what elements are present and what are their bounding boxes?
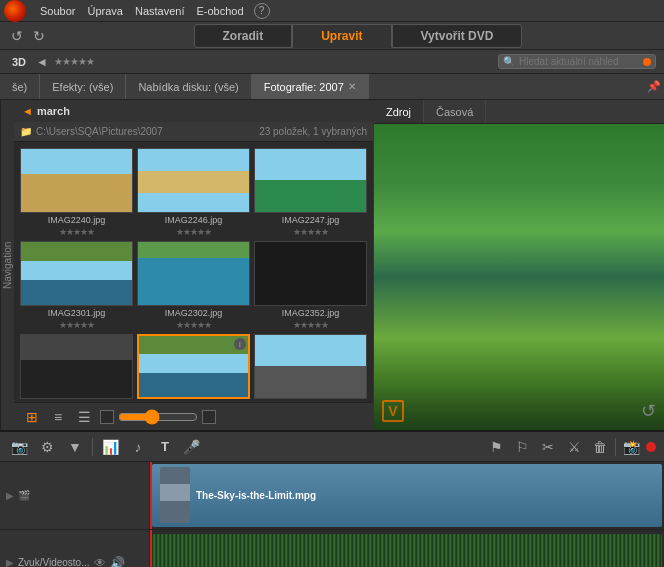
search-input[interactable] bbox=[519, 56, 639, 67]
list-view-button[interactable]: ≡ bbox=[48, 407, 68, 427]
text-tool-button[interactable]: T bbox=[155, 437, 175, 456]
media-thumbnail bbox=[254, 334, 367, 399]
video-track: The-Sky-is-the-Limit.mpg bbox=[150, 462, 664, 530]
playhead bbox=[150, 462, 152, 529]
flag-button[interactable]: ⚑ bbox=[485, 436, 507, 458]
menu-edit[interactable]: Úprava bbox=[81, 5, 128, 17]
filter-tab-close-icon[interactable]: ✕ bbox=[348, 81, 356, 92]
second-toolbar: 3D ◄ ★★★★★ 🔍 bbox=[0, 50, 664, 74]
undo-button[interactable]: ↺ bbox=[8, 27, 26, 45]
media-thumbnail bbox=[254, 148, 367, 213]
music-button[interactable]: ♪ bbox=[127, 436, 149, 458]
thumbnail-size-slider[interactable] bbox=[118, 409, 198, 425]
media-stars: ★★★★★ bbox=[59, 320, 94, 330]
bar-chart-button[interactable]: 📊 bbox=[99, 436, 121, 458]
media-stars: ★★★★★ bbox=[293, 320, 328, 330]
media-thumbnail: i bbox=[137, 334, 250, 399]
detail-view-button[interactable]: ☰ bbox=[74, 407, 94, 427]
media-filename: IMAG2301.jpg bbox=[20, 308, 133, 318]
info-dot-icon: i bbox=[234, 338, 246, 350]
media-thumbnail bbox=[137, 148, 250, 213]
media-filename: IMAG2302.jpg bbox=[137, 308, 250, 318]
slider-max-box bbox=[202, 410, 216, 424]
tab-sort[interactable]: Zoradit bbox=[194, 24, 293, 48]
folder-name: march bbox=[37, 105, 70, 117]
menu-settings[interactable]: Nastavení bbox=[129, 5, 191, 17]
media-filename: IMAG2246.jpg bbox=[137, 215, 250, 225]
media-thumbnail bbox=[20, 241, 133, 306]
tab-create-dvd[interactable]: Vytvořit DVD bbox=[392, 24, 523, 48]
tab-edit[interactable]: Upravit bbox=[292, 24, 391, 48]
main-area: Navigation ◄ march 📁 C:\Users\SQA\Pictur… bbox=[0, 100, 664, 430]
tab-timeline[interactable]: Časová bbox=[424, 100, 486, 123]
media-grid: IMAG2240.jpg ★★★★★ IMAG2246.jpg ★★★★★ IM… bbox=[14, 142, 373, 402]
timeline-tracks: ▶ 🎬 ▶ Zvuk/Videosto... 👁 🔊 The-Sky-is-th… bbox=[0, 462, 664, 567]
list-item[interactable]: IMAG2359.jpg ★★★★★ bbox=[20, 334, 133, 402]
menu-ecommerce[interactable]: E-obchod bbox=[190, 5, 249, 17]
video-clip[interactable]: The-Sky-is-the-Limit.mpg bbox=[152, 464, 662, 527]
list-item[interactable]: IMAG2246.jpg ★★★★★ bbox=[137, 148, 250, 237]
media-thumbnail bbox=[20, 148, 133, 213]
timeline-toolbar: 📷 ⚙ ▼ 📊 ♪ T 🎤 ⚑ ⚐ ✂ ⚔ 🗑 📸 bbox=[0, 432, 664, 462]
list-item[interactable]: i IMAG2383.jpg ★★★★★ bbox=[137, 334, 250, 402]
preview-panel: Zdroj Časová V ↺ bbox=[374, 100, 664, 430]
flag2-button[interactable]: ⚐ bbox=[511, 436, 533, 458]
media-filename: IMAG2247.jpg bbox=[254, 215, 367, 225]
down-arrow-button[interactable]: ▼ bbox=[64, 436, 86, 458]
list-item[interactable]: IMAG2240.jpg ★★★★★ bbox=[20, 148, 133, 237]
list-item[interactable]: IMAG2301.jpg ★★★★★ bbox=[20, 241, 133, 330]
menu-file[interactable]: Soubor bbox=[34, 5, 81, 17]
camera-button[interactable]: 📷 bbox=[8, 436, 30, 458]
track-label-video: ▶ 🎬 bbox=[0, 462, 149, 530]
filter-tab-effects[interactable]: Efekty: (vše) bbox=[40, 74, 126, 99]
main-tabs: Zoradit Upravit Vytvořit DVD bbox=[60, 24, 656, 48]
media-bottom-bar: ⊞ ≡ ☰ bbox=[14, 402, 373, 430]
expand-icon[interactable]: ▶ bbox=[6, 490, 14, 501]
folder-icon: 📁 bbox=[20, 126, 32, 137]
preview-arrow-icon[interactable]: ↺ bbox=[641, 400, 656, 422]
redo-button[interactable]: ↻ bbox=[30, 27, 48, 45]
navigation-sidebar: Navigation bbox=[0, 100, 14, 430]
menu-bar: Soubor Úprava Nastavení E-obchod ? bbox=[0, 0, 664, 22]
media-stars: ★★★★★ bbox=[293, 227, 328, 237]
filter-tab-all[interactable]: še) bbox=[0, 74, 40, 99]
list-item[interactable]: IMAG2247.jpg ★★★★★ bbox=[254, 148, 367, 237]
clip-title: The-Sky-is-the-Limit.mpg bbox=[196, 490, 316, 501]
scissors-button[interactable]: ✂ bbox=[537, 436, 559, 458]
filter-tab-disc[interactable]: Nabídka disku: (vše) bbox=[126, 74, 251, 99]
search-indicator bbox=[643, 58, 651, 66]
track-eye-icon[interactable]: 👁 bbox=[94, 556, 106, 567]
folder-arrow-icon: ◄ bbox=[22, 105, 33, 117]
arrow-left-icon[interactable]: ◄ bbox=[36, 55, 48, 69]
media-path: C:\Users\SQA\Pictures\2007 bbox=[36, 126, 163, 137]
undo-redo-group: ↺ ↻ bbox=[8, 27, 48, 45]
timeline-area: 📷 ⚙ ▼ 📊 ♪ T 🎤 ⚑ ⚐ ✂ ⚔ 🗑 📸 ▶ 🎬 ▶ Zvuk bbox=[0, 430, 664, 567]
label-3d[interactable]: 3D bbox=[8, 56, 30, 68]
search-box: 🔍 bbox=[498, 54, 656, 69]
preview-tabs: Zdroj Časová bbox=[374, 100, 664, 124]
media-thumbnail bbox=[20, 334, 133, 399]
tab-source[interactable]: Zdroj bbox=[374, 100, 424, 123]
microphone-button[interactable]: 🎤 bbox=[181, 436, 203, 458]
snapshot-button[interactable]: 📸 bbox=[620, 436, 642, 458]
grid-view-button[interactable]: ⊞ bbox=[22, 407, 42, 427]
filter-pin-button[interactable]: 📌 bbox=[644, 74, 664, 99]
track-volume-icon[interactable]: 🔊 bbox=[110, 556, 125, 567]
settings-button[interactable]: ⚙ bbox=[36, 436, 58, 458]
delete-button[interactable]: 🗑 bbox=[589, 436, 611, 458]
toolbar-divider bbox=[92, 438, 93, 456]
audio-expand-icon[interactable]: ▶ bbox=[6, 557, 14, 567]
star-rating-filter[interactable]: ★★★★★ bbox=[54, 56, 94, 67]
audio-track bbox=[150, 530, 664, 568]
record-indicator bbox=[646, 442, 656, 452]
list-item[interactable]: IMAG2302.jpg ★★★★★ bbox=[137, 241, 250, 330]
filter-tab-photos[interactable]: Fotografie: 2007 ✕ bbox=[252, 74, 369, 99]
v-button[interactable]: V bbox=[382, 400, 404, 422]
list-item[interactable]: IMAG2384.jpg ★★★★★ bbox=[254, 334, 367, 402]
media-path-bar: 📁 C:\Users\SQA\Pictures\2007 23 položek,… bbox=[14, 122, 373, 142]
list-item[interactable]: IMAG2352.jpg ★★★★★ bbox=[254, 241, 367, 330]
help-button[interactable]: ? bbox=[254, 3, 270, 19]
split-button[interactable]: ⚔ bbox=[563, 436, 585, 458]
toolbar-divider2 bbox=[615, 438, 616, 456]
waveform-visualization bbox=[152, 534, 662, 568]
